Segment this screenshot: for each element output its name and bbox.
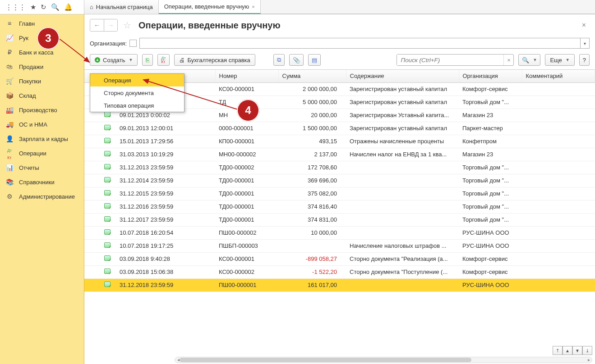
back-button[interactable]: ← (90, 19, 104, 31)
close-icon[interactable]: × (252, 4, 254, 9)
sidebar-item-6[interactable]: 🏭Производство (0, 103, 84, 117)
tab-operations[interactable]: Операции, введенные вручную × (159, 0, 261, 14)
document-icon (104, 151, 111, 156)
tab-home[interactable]: ⌂ Начальная страница (84, 0, 159, 14)
nav-icon: ⚙ (5, 193, 14, 200)
cell (522, 239, 595, 252)
org-checkbox[interactable] (129, 40, 137, 47)
cell: Паркет-мастер (459, 122, 522, 135)
more-button[interactable]: Еще▼ (545, 54, 574, 66)
favorite-icon[interactable]: ☆ (121, 20, 133, 31)
filter-row: Организация: ▾ (84, 36, 595, 54)
tab-label: Начальная страница (96, 4, 153, 10)
toolbar: + Создать ▼ ⎘ ДтКт 🖨 Бухгалтерская справ… (84, 54, 595, 69)
nav-label: Операции (19, 150, 46, 157)
cell: 369 696,00 (278, 174, 346, 187)
col-2[interactable]: Сумма (278, 70, 346, 82)
next-row-button[interactable]: ▼ (572, 346, 582, 355)
nav-label: Производство (19, 107, 57, 114)
cell (346, 200, 459, 213)
chevron-down-icon[interactable]: ▾ (580, 38, 589, 48)
find-button[interactable]: 🔍▼ (518, 54, 540, 66)
attach-button[interactable]: 📎 (289, 54, 304, 66)
annotation-badge-4: 4 (237, 99, 259, 122)
search-icon[interactable]: 🔍 (51, 3, 60, 11)
col-1[interactable]: Номер (215, 70, 278, 82)
clear-icon[interactable]: × (503, 55, 513, 65)
document-icon (104, 164, 111, 169)
last-row-button[interactable]: ⤓ (582, 346, 592, 355)
dtkt-button[interactable]: ДтКт (157, 54, 169, 66)
table-row[interactable]: 31.12.2018 23:59:59ПШ00-000001161 017,00… (84, 278, 595, 291)
table-row[interactable]: 09.01.2013 12:00:010000-0000011 500 000,… (84, 122, 595, 135)
scroll-thumb[interactable] (180, 358, 471, 362)
cell: РУС-ШИНА ООО (459, 226, 522, 239)
table-row[interactable]: 31.12.2014 23:59:59ТД00-000001369 696,00… (84, 174, 595, 187)
cell: 31.12.2013 23:59:59 (116, 161, 215, 174)
table-row[interactable]: 15.01.2013 17:29:56КП00-000001493,15Отра… (84, 135, 595, 148)
cell: Сторно документа "Поступление (... (346, 265, 459, 278)
table-row[interactable]: 03.09.2018 9:40:28КС00-000001-899 058,27… (84, 252, 595, 265)
sidebar-item-4[interactable]: 🛒Покупки (0, 74, 84, 88)
content: ← → ☆ Операции, введенные вручную × Орга… (84, 14, 595, 364)
sidebar-item-9[interactable]: ДтКтОперации (0, 146, 84, 160)
close-icon[interactable]: × (578, 19, 590, 31)
first-row-button[interactable]: ⤒ (553, 346, 563, 355)
create-dropdown: Операция Сторно документа Типовая операц… (90, 73, 184, 112)
copy-button[interactable]: ⎘ (142, 54, 153, 66)
list-icon: ▤ (312, 57, 317, 64)
sidebar-item-10[interactable]: 📊Отчеты (0, 160, 84, 175)
sidebar-item-12[interactable]: ⚙Администрирование (0, 189, 84, 204)
dropdown-item-storno[interactable]: Сторно документа (90, 86, 184, 99)
search-box[interactable]: × (397, 54, 514, 66)
cell: ПШ00-000001 (215, 278, 278, 291)
col-3[interactable]: Содержание (346, 70, 459, 82)
help-button[interactable]: ? (579, 54, 590, 66)
search-input[interactable] (397, 55, 503, 65)
h-scrollbar[interactable]: ◂ ▸ (175, 357, 592, 363)
sidebar-item-11[interactable]: 📚Справочники (0, 175, 84, 189)
list-button[interactable]: ▤ (308, 54, 321, 66)
prev-row-button[interactable]: ▲ (563, 346, 572, 355)
table-row[interactable]: 31.12.2013 23:59:59ТД00-000002172 708,60… (84, 161, 595, 174)
table-row[interactable]: 31.12.2017 23:59:59ТД00-000001374 831,00… (84, 213, 595, 226)
table-row[interactable]: 31.03.2013 10:19:29МН00-0000022 137,00На… (84, 148, 595, 161)
forward-button[interactable]: → (104, 19, 117, 31)
scroll-right-icon[interactable]: ▸ (586, 357, 592, 363)
cell: КС00-000001 (215, 82, 278, 96)
star-icon[interactable]: ★ (30, 3, 36, 11)
col-4[interactable]: Организация (459, 70, 522, 82)
apps-icon[interactable]: ⋮⋮⋮ (5, 3, 26, 11)
table-row[interactable]: 03.09.2018 15:06:38КС00-000002-1 522,20С… (84, 265, 595, 278)
org-input[interactable]: ▾ (139, 38, 590, 49)
org-field[interactable] (140, 38, 580, 48)
dropdown-item-operation[interactable]: Операция (90, 74, 184, 86)
tab-strip: ⌂ Начальная страница Операции, введенные… (84, 0, 261, 14)
chevron-down-icon: ▼ (129, 58, 133, 62)
annotation-badge-3: 3 (37, 27, 60, 50)
cell: ПШ00-000002 (215, 226, 278, 239)
cell: Комфорт-сервис (459, 82, 522, 96)
history-icon[interactable]: ↻ (41, 3, 46, 11)
table-row[interactable]: 10.07.2018 19:17:25ПШБП-000003Начисление… (84, 239, 595, 252)
cell: 2 000 000,00 (278, 82, 346, 96)
accounting-report-button[interactable]: 🖨 Бухгалтерская справка (174, 54, 255, 66)
col-5[interactable]: Комментарий (522, 70, 595, 82)
sidebar-item-3[interactable]: 🛍Продажи (0, 59, 84, 74)
report-label: Бухгалтерская справка (188, 57, 250, 64)
cell (522, 161, 595, 174)
cell: 493,15 (278, 135, 346, 148)
sidebar-item-5[interactable]: 📦Склад (0, 88, 84, 103)
table: ДатаНомерСуммаСодержаниеОрганизацияКомме… (84, 69, 595, 364)
table-row[interactable]: 10.07.2018 16:20:54ПШ00-00000210 000,00Р… (84, 226, 595, 239)
sidebar-item-8[interactable]: 👤Зарплата и кадры (0, 132, 84, 146)
table-row[interactable]: 31.12.2015 23:59:59ТД00-000001375 082,00… (84, 187, 595, 200)
nav-icon: ≡ (5, 20, 14, 27)
bell-icon[interactable]: 🔔 (64, 3, 73, 11)
table-row[interactable]: 31.12.2016 23:59:59ТД00-000001374 816,40… (84, 200, 595, 213)
register-button[interactable]: ⧉ (273, 54, 285, 66)
cell: МН00-000002 (215, 148, 278, 161)
dropdown-item-typical[interactable]: Типовая операция (90, 99, 184, 112)
create-button[interactable]: + Создать ▼ (90, 54, 138, 66)
sidebar-item-7[interactable]: 🚚ОС и НМА (0, 117, 84, 132)
